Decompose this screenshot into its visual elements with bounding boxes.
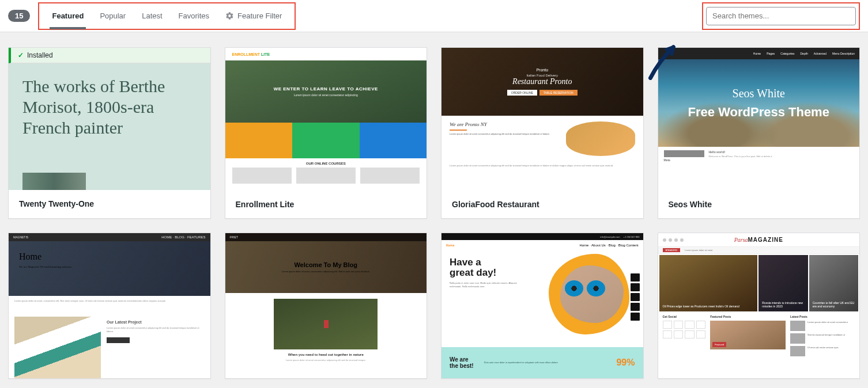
mock-sidebar-area: Meta Hello world!Welcome to WordPress. T… — [658, 147, 860, 191]
check-icon: ✓ — [18, 51, 24, 59]
mock-logo-bar: ParsaMAGAZINE — [658, 233, 860, 247]
theme-thumbnail: The works of Berthe Morisot, 1800s-era F… — [9, 63, 210, 190]
theme-count-badge: 15 — [8, 10, 30, 22]
mock-hero-grid: Oil Prices edge lower as Producers meet … — [658, 254, 860, 313]
filter-tabs-highlight: Featured Popular Latest Favorites Featur… — [38, 2, 296, 30]
mock-project-image — [14, 317, 101, 378]
mock-hero: Welcome To My Blog Lorem ipsum dolor sit… — [225, 241, 427, 293]
theme-card-twentytwentyone[interactable]: ✓ Installed The works of Berthe Morisot,… — [8, 47, 211, 219]
mock-topbar: info@example.com+1 234 567 890 — [441, 233, 643, 240]
theme-card-enrollment-lite[interactable]: ENROLLMENT LITE WE ENTER TO LEARN LEAVE … — [225, 47, 428, 219]
theme-grid: ✓ Installed The works of Berthe Morisot,… — [0, 32, 868, 388]
installed-banner: ✓ Installed — [9, 48, 210, 63]
tab-favorites[interactable]: Favorites — [171, 4, 217, 28]
installed-label: Installed — [27, 51, 53, 59]
tab-popular[interactable]: Popular — [92, 4, 134, 28]
search-input[interactable] — [706, 7, 856, 25]
theme-thumbnail: Pronto Italian Food Delivery Restaurant … — [441, 48, 643, 191]
mock-hero: WE ENTER TO LEARN LEAVE TO ACHIEVE Lorem… — [225, 60, 427, 123]
thumb-image-strip — [22, 173, 86, 190]
mock-food-image — [566, 121, 635, 156]
mock-header: MAGNETISHOME · BLOG · FEATURES — [9, 233, 210, 241]
theme-thumbnail: MAGNETISHOME · BLOG · FEATURES Home We a… — [9, 233, 210, 378]
theme-card-parsa-magazine[interactable]: ParsaMAGAZINE BREAKINGLorem ipsum dolor … — [658, 233, 861, 379]
mock-hero: Have agreat day! Nulla porta in enim nun… — [441, 250, 643, 347]
mock-social-icons — [631, 273, 640, 321]
mock-header: FRIET — [225, 233, 427, 241]
mock-hero: Home We are Magnetis! We build amazing s… — [9, 241, 210, 296]
mock-header: ENROLLMENT LITE — [225, 48, 427, 60]
search-highlight — [702, 2, 860, 30]
mock-hero: Pronto Italian Food Delivery Restaurant … — [441, 48, 643, 116]
thumb-headline: The works of Berthe Morisot, 1800s-era F… — [22, 76, 197, 138]
theme-card-seos-white[interactable]: HomePagesCategoriesDepthAdvancedMenu Des… — [658, 47, 861, 219]
mock-banner: We arethe best! Duis aute irure dolor in… — [441, 347, 643, 378]
mock-feature-boxes — [225, 123, 427, 158]
theme-card-magnetis[interactable]: MAGNETISHOME · BLOG · FEATURES Home We a… — [8, 233, 211, 379]
theme-name: Seos White — [658, 191, 860, 218]
theme-card-karna[interactable]: info@example.com+1 234 567 890 KarnaHome… — [441, 233, 644, 379]
mock-post-image — [274, 299, 378, 349]
theme-thumbnail: HomePagesCategoriesDepthAdvancedMenu Des… — [658, 48, 860, 191]
theme-name: Twenty Twenty-One — [9, 190, 210, 218]
mock-courses: OUR ONLINE COURSES — [225, 158, 427, 191]
tab-feature-filter[interactable]: Feature Filter — [217, 4, 290, 28]
theme-browser-toolbar: 15 Featured Popular Latest Favorites Fea… — [0, 0, 868, 32]
theme-thumbnail: FRIET Welcome To My Blog Lorem ipsum dol… — [225, 233, 427, 378]
theme-card-gloriafood[interactable]: Pronto Italian Food Delivery Restaurant … — [441, 47, 644, 219]
gear-icon — [225, 12, 234, 20]
mock-nav: HomePagesCategoriesDepthAdvancedMenu Des… — [658, 48, 860, 59]
tab-latest[interactable]: Latest — [134, 4, 170, 28]
annotation-arrow-icon — [644, 40, 685, 80]
mock-social-icons — [663, 238, 684, 242]
theme-name: GloriaFood Restaurant — [441, 191, 643, 218]
theme-name: Enrollment Lite — [225, 191, 427, 218]
mock-mid: We are Pronto NYLorem ipsum dolor sit am… — [441, 116, 643, 162]
mock-columns: Get Social Featured Posts Featured Lates… — [658, 313, 860, 378]
mock-hero-blob — [549, 254, 629, 334]
mock-nav: BREAKINGLorem ipsum dolor sit amet — [658, 247, 860, 254]
theme-thumbnail: info@example.com+1 234 567 890 KarnaHome… — [441, 233, 643, 378]
mock-header: KarnaHome · About Us · Blog · Blog Conte… — [441, 240, 643, 250]
theme-thumbnail: ParsaMAGAZINE BREAKINGLorem ipsum dolor … — [658, 233, 860, 378]
tab-featured[interactable]: Featured — [44, 4, 92, 28]
theme-card-friet[interactable]: FRIET Welcome To My Blog Lorem ipsum dol… — [225, 233, 428, 379]
theme-thumbnail: ENROLLMENT LITE WE ENTER TO LEARN LEAVE … — [225, 48, 427, 191]
mock-hero: Seos White Free WordPress Theme — [658, 59, 860, 147]
